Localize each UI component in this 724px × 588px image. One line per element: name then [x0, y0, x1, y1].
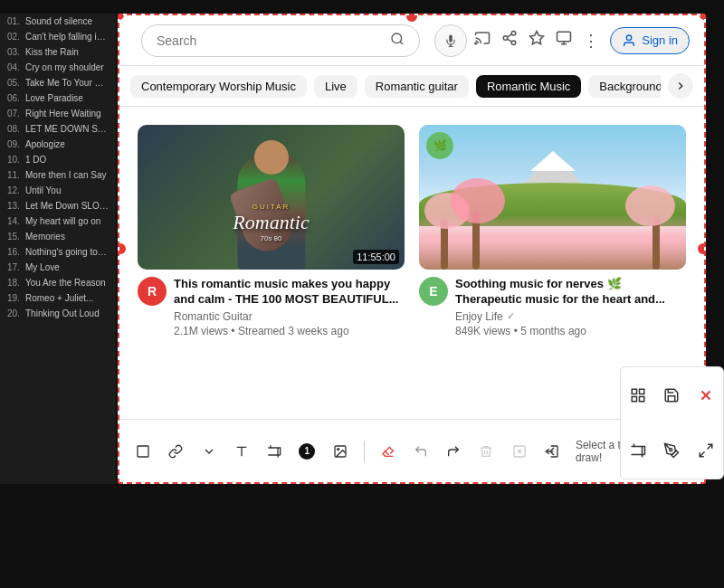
search-button[interactable]	[390, 32, 405, 50]
star-icon[interactable]	[529, 30, 545, 51]
link-tool-btn[interactable]	[163, 437, 188, 466]
filter-chip[interactable]: Contemporary Worship Music	[130, 75, 307, 98]
svg-point-5	[512, 32, 517, 36]
svg-point-6	[504, 36, 509, 41]
rt-save-btn[interactable]	[655, 367, 690, 423]
video1-info: R This romantic music makes you happy an…	[138, 270, 405, 337]
video-thumbnail-2: 🌿	[419, 125, 686, 270]
undo-btn[interactable]	[408, 437, 433, 466]
search-input[interactable]	[157, 33, 390, 48]
back-btn[interactable]	[539, 437, 565, 466]
menu-icon[interactable]: ⋮	[583, 31, 599, 51]
cast-icon[interactable]	[474, 30, 491, 51]
playlist-item[interactable]: 05.Take Me To Your Heart	[0, 75, 116, 90]
playlist-item[interactable]: 09.Apologize	[0, 137, 116, 152]
playlist-item[interactable]: 01.Sound of silence	[0, 14, 116, 29]
video1-duration: 11:55:00	[353, 250, 399, 264]
svg-line-8	[508, 39, 512, 42]
filter-chip[interactable]: Live	[314, 75, 357, 98]
image-tool-btn[interactable]	[327, 437, 352, 466]
playlist-item[interactable]: 16.Nothing's going to change...	[0, 244, 116, 260]
youtube-screenshot-area: ⋮ Sign in Contemporary Worship MusicLive…	[118, 14, 706, 484]
sign-in-button[interactable]: Sign in	[610, 27, 690, 54]
svg-rect-24	[639, 389, 643, 394]
filter-chip[interactable]: Romantic guitar	[365, 75, 469, 98]
rt-pen-btn[interactable]	[655, 423, 690, 479]
right-floating-toolbar	[620, 366, 724, 479]
playlist-item[interactable]: 03.Kiss the Rain	[0, 44, 116, 60]
rt-grid-btn[interactable]	[621, 367, 655, 423]
share-icon[interactable]	[501, 30, 518, 51]
video1-overlay-text: GUITAR Romantic 70s 80	[147, 203, 395, 242]
rt-close-btn[interactable]	[689, 367, 723, 423]
svg-point-14	[627, 35, 632, 40]
erase-tool-btn[interactable]	[376, 437, 401, 466]
playlist-item[interactable]: 06.Love Paradise	[0, 90, 116, 106]
playlist-item[interactable]: 18.You Are the Reason	[0, 275, 116, 290]
playlist-item[interactable]: 11.More then I can Say	[0, 167, 116, 183]
playlist-item[interactable]: 04.Cry on my shoulder	[0, 60, 116, 75]
svg-marker-10	[530, 32, 544, 44]
header-icons: ⋮ Sign in	[474, 27, 690, 54]
playlist-item[interactable]: 15.Memories	[0, 229, 116, 244]
playlist-item[interactable]: 07.Right Here Waiting	[0, 106, 116, 121]
svg-rect-11	[557, 32, 571, 42]
redo-btn[interactable]	[441, 437, 466, 466]
svg-line-1	[400, 42, 403, 44]
videos-grid: GUITAR Romantic 70s 80 11:55:00 R This r…	[119, 107, 704, 472]
rt-crop-btn[interactable]	[621, 423, 655, 479]
rectangle-tool-btn[interactable]	[130, 437, 156, 466]
delete2-btn[interactable]	[506, 437, 531, 466]
svg-rect-23	[632, 389, 636, 394]
video2-meta: Soothing music for nerves 🌿 Therapeutic …	[455, 277, 686, 337]
badge-btn[interactable]: 1	[294, 437, 319, 466]
video2-channel-icon: 🌿	[426, 132, 453, 159]
playlist-item[interactable]: 20.Thinking Out Loud	[0, 306, 116, 321]
playlist-item[interactable]: 14.My heart will go on	[0, 213, 116, 229]
rt-fullscreen-btn[interactable]	[689, 423, 723, 479]
dropdown-tool-btn[interactable]	[195, 437, 221, 466]
delete-btn[interactable]	[473, 437, 499, 466]
video2-stats: 849K views • 5 months ago	[455, 325, 686, 337]
playlist-item[interactable]: 13.Let Me Down SLOWLY, Pixell	[0, 198, 116, 213]
selection-handle-right[interactable]	[698, 243, 706, 254]
playlist-item[interactable]: 02.Can't help falling in love	[0, 29, 116, 44]
playlist-item[interactable]: 17.My Love	[0, 260, 116, 275]
text-tool-btn[interactable]	[229, 437, 254, 466]
video-thumbnail-1: GUITAR Romantic 70s 80 11:55:00	[138, 125, 405, 270]
crop-tool-btn[interactable]	[262, 437, 287, 466]
svg-line-30	[708, 445, 712, 450]
video2-channel: Enjoy Life ✓	[455, 310, 686, 323]
filter-chip[interactable]: Romantic Music	[476, 75, 581, 98]
video1-stats: 2.1M views • Streamed 3 weeks ago	[174, 325, 405, 337]
svg-rect-15	[138, 446, 148, 457]
playlist-item[interactable]: 19.Romeo + Juliet...	[0, 290, 116, 306]
verified-icon: ✓	[507, 310, 515, 322]
svg-rect-25	[632, 396, 636, 401]
video-card-1[interactable]: GUITAR Romantic 70s 80 11:55:00 R This r…	[130, 118, 412, 461]
badge-label: 1	[299, 443, 315, 460]
left-playlist-sidebar: 01.Sound of silence02.Can't help falling…	[0, 14, 116, 484]
search-bar[interactable]	[141, 24, 420, 57]
filter-next-button[interactable]	[668, 73, 693, 99]
selection-handle-tr[interactable]	[700, 14, 706, 20]
video1-avatar: R	[138, 277, 167, 306]
bottom-toolbar: 1	[119, 419, 706, 482]
playlist-item[interactable]: 08.LET ME DOWN SLOWly...	[0, 121, 116, 137]
svg-point-4	[475, 43, 477, 44]
svg-line-31	[700, 452, 704, 457]
filter-row: Contemporary Worship MusicLiveRomantic g…	[119, 66, 704, 107]
svg-point-29	[670, 449, 672, 451]
theater-icon[interactable]	[556, 30, 572, 51]
video2-avatar: E	[419, 277, 448, 306]
filter-chip[interactable]: Background music	[588, 75, 661, 98]
svg-point-7	[512, 41, 517, 45]
svg-line-9	[508, 34, 512, 37]
playlist-item[interactable]: 10.1 DO	[0, 152, 116, 167]
video2-info: E Soothing music for nerves 🌿 Therapeuti…	[419, 270, 686, 337]
mic-button[interactable]	[434, 24, 467, 57]
svg-point-17	[337, 448, 338, 450]
playlist-item[interactable]: 12.Until You	[0, 183, 116, 198]
video1-meta: This romantic music makes you happy and …	[174, 277, 405, 337]
video1-title: This romantic music makes you happy and …	[174, 277, 405, 308]
